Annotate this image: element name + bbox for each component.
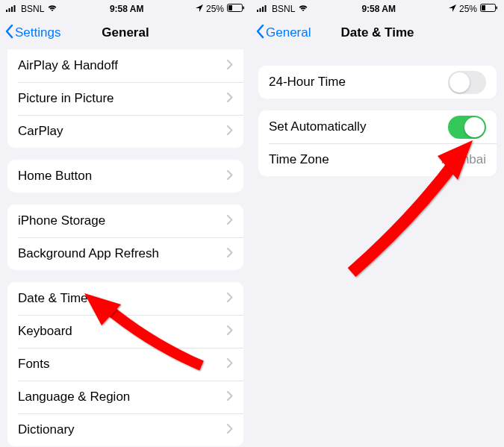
settings-group: iPhone Storage Background App Refresh xyxy=(7,204,243,270)
chevron-right-icon xyxy=(227,422,233,437)
svg-rect-5 xyxy=(228,5,232,10)
status-bar: BSNL 9:58 AM 25% xyxy=(0,0,251,16)
page-title: Date & Time xyxy=(341,25,414,40)
chevron-right-icon xyxy=(227,58,233,73)
row-keyboard[interactable]: Keyboard xyxy=(7,315,243,348)
carrier-label: BSNL xyxy=(272,4,295,14)
row-time-zone[interactable]: Time Zone Mumbai xyxy=(258,143,497,176)
row-language-region[interactable]: Language & Region xyxy=(7,381,243,413)
row-label: iPhone Storage xyxy=(18,213,221,228)
svg-rect-3 xyxy=(14,5,16,12)
row-label: Language & Region xyxy=(18,390,221,404)
row-label: Date & Time xyxy=(18,291,221,306)
settings-group: Set Automatically Time Zone Mumbai xyxy=(258,110,497,176)
row-date-time[interactable]: Date & Time xyxy=(7,282,243,315)
location-icon xyxy=(449,4,456,14)
battery-icon xyxy=(227,4,245,14)
row-label: Home Button xyxy=(18,169,221,184)
status-left: BSNL xyxy=(257,4,308,14)
row-dictionary[interactable]: Dictionary xyxy=(7,413,243,446)
signal-icon xyxy=(6,4,18,14)
screen-date-time: BSNL 9:58 AM 25% General Date & Time 24-… xyxy=(251,0,504,447)
row-label: AirPlay & Handoff xyxy=(18,58,221,73)
chevron-right-icon xyxy=(227,390,233,404)
row-value: Mumbai xyxy=(441,152,486,167)
chevron-right-icon xyxy=(227,213,233,228)
back-label: General xyxy=(266,25,311,40)
row-24-hour-time: 24-Hour Time xyxy=(258,66,497,99)
status-bar: BSNL 9:58 AM 25% xyxy=(251,0,504,16)
svg-rect-11 xyxy=(265,5,267,12)
battery-pct: 25% xyxy=(206,4,224,14)
settings-group: 24-Hour Time xyxy=(258,66,497,99)
back-button[interactable]: General xyxy=(255,24,311,43)
back-button[interactable]: Settings xyxy=(4,24,60,43)
wifi-icon xyxy=(47,4,57,14)
settings-group: Date & Time Keyboard Fonts Language & Re… xyxy=(7,282,243,446)
row-carplay[interactable]: CarPlay xyxy=(7,115,243,148)
row-picture-in-picture[interactable]: Picture in Picture xyxy=(7,82,243,115)
row-label: 24-Hour Time xyxy=(269,75,448,90)
row-label: Dictionary xyxy=(18,422,221,437)
row-background-app-refresh[interactable]: Background App Refresh xyxy=(7,237,243,270)
toggle-set-automatically[interactable] xyxy=(448,116,486,139)
settings-group: AirPlay & Handoff Picture in Picture Car… xyxy=(7,49,243,148)
svg-rect-2 xyxy=(11,7,13,12)
wifi-icon xyxy=(298,4,308,14)
svg-rect-0 xyxy=(6,10,7,12)
svg-rect-6 xyxy=(243,7,245,10)
page-title: General xyxy=(102,25,149,40)
content: 24-Hour Time Set Automatically Time Zone… xyxy=(251,66,504,176)
status-time: 9:58 AM xyxy=(110,4,144,14)
nav-bar: Settings General xyxy=(0,16,251,49)
nav-bar: General Date & Time xyxy=(251,16,504,49)
svg-rect-14 xyxy=(497,7,498,10)
battery-pct: 25% xyxy=(459,4,477,14)
row-home-button[interactable]: Home Button xyxy=(7,160,243,193)
status-right: 25% xyxy=(196,4,245,14)
row-airplay-handoff[interactable]: AirPlay & Handoff xyxy=(7,49,243,82)
row-set-automatically: Set Automatically xyxy=(258,110,497,143)
back-label: Settings xyxy=(15,25,60,40)
row-label: Background App Refresh xyxy=(18,246,221,261)
row-iphone-storage[interactable]: iPhone Storage xyxy=(7,204,243,237)
status-right: 25% xyxy=(449,4,498,14)
status-time: 9:58 AM xyxy=(361,4,396,14)
row-label: CarPlay xyxy=(18,124,221,139)
row-fonts[interactable]: Fonts xyxy=(7,348,243,381)
location-icon xyxy=(196,4,203,14)
row-label: Keyboard xyxy=(18,324,221,339)
svg-rect-10 xyxy=(262,7,264,12)
chevron-right-icon xyxy=(227,124,233,139)
content: AirPlay & Handoff Picture in Picture Car… xyxy=(0,49,251,446)
row-label: Fonts xyxy=(18,357,221,372)
svg-rect-9 xyxy=(260,8,261,12)
carrier-label: BSNL xyxy=(21,4,44,14)
chevron-right-icon xyxy=(227,91,233,106)
row-label: Time Zone xyxy=(269,152,441,167)
chevron-right-icon xyxy=(227,357,233,372)
chevron-left-icon xyxy=(4,24,13,43)
toggle-24-hour[interactable] xyxy=(448,71,486,94)
row-label: Set Automatically xyxy=(269,119,448,134)
status-left: BSNL xyxy=(6,4,57,14)
chevron-right-icon xyxy=(227,324,233,339)
svg-rect-13 xyxy=(482,5,485,10)
battery-icon xyxy=(480,4,498,14)
chevron-left-icon xyxy=(255,24,264,43)
row-label: Picture in Picture xyxy=(18,91,221,106)
screen-general: BSNL 9:58 AM 25% Settings General AirPla… xyxy=(0,0,251,447)
svg-rect-8 xyxy=(257,10,258,12)
chevron-right-icon xyxy=(227,291,233,306)
signal-icon xyxy=(257,4,269,14)
chevron-right-icon xyxy=(227,246,233,261)
chevron-right-icon xyxy=(227,169,233,184)
svg-rect-1 xyxy=(9,8,10,12)
settings-group: Home Button xyxy=(7,160,243,193)
